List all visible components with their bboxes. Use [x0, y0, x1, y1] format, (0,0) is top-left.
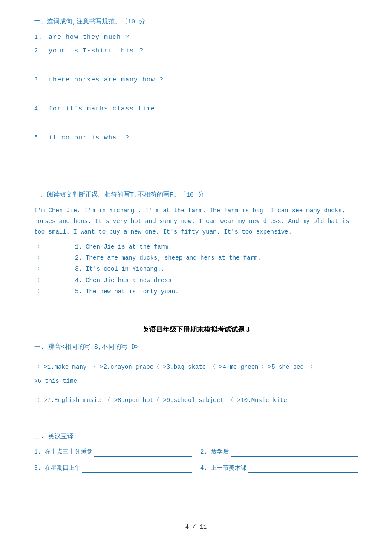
phonics-line-1: 〈 >1.make many 〈 >2.crayon grape〈 >3.bag… — [34, 362, 358, 373]
translation-item-3: 3. 在星期四上午 — [34, 463, 192, 473]
translation-item-1: 1. 在十点三十分睡觉 — [34, 447, 192, 457]
translation-row-1: 1. 在十点三十分睡觉 2. 放学后 — [34, 447, 358, 457]
translation-item-4: 4. 上一节美术课 — [200, 463, 358, 473]
reading-section: 十、阅读短文判断正误。相符的写T,不相符的写F。〔10 分 I'm Chen J… — [34, 190, 358, 297]
sentence-5: 5. it colour is what ? — [34, 133, 358, 143]
page-number: 4 / 11 — [185, 523, 207, 530]
page-footer: 4 / 11 — [34, 522, 358, 532]
exam3-title: 英语四年级下册期末模拟考试试题 3 — [34, 324, 358, 335]
sentence-1: 1. are how they much ? — [34, 32, 358, 43]
part2-translation: 二. 英汉互译 1. 在十点三十分睡觉 2. 放学后 3. 在星期四上午 4. … — [34, 432, 358, 473]
reading-section-title: 十、阅读短文判断正误。相符的写T,不相符的写F。〔10 分 — [34, 190, 358, 200]
part1-title: 一. 辨音<相同的写 S,不同的写 D> — [34, 342, 358, 353]
reading-item-2: 〈 2. There are many ducks, sheep and hen… — [34, 253, 358, 263]
sentence-4: 4. for it's maths class time . — [34, 104, 358, 114]
sentence-2: 2. your is T-shirt this ？ — [34, 46, 358, 56]
reading-paragraph: I'm Chen Jie. I'm in Yichang . I' m at t… — [34, 205, 358, 238]
translation-item-2: 2. 放学后 — [200, 447, 358, 457]
section10-title: 十、连词成句,注意书写规范。〔10 分 — [34, 17, 358, 27]
part1-phonics: 一. 辨音<相同的写 S,不同的写 D> 〈 >1.make many 〈 >2… — [34, 342, 358, 406]
phonics-line-2: >6.this time — [34, 376, 358, 387]
sentence-3: 3. there horses are many how ? — [34, 75, 358, 85]
part2-title: 二. 英汉互译 — [34, 432, 358, 442]
translation-row-2: 3. 在星期四上午 4. 上一节美术课 — [34, 463, 358, 473]
reading-item-5: 〈 5. The new hat is forty yuan. — [34, 287, 358, 296]
reading-item-4: 〈 4. Chen Jie has a new dress — [34, 276, 358, 285]
reading-item-3: 〈 3. It's cool in Yichang.. — [34, 264, 358, 274]
phonics-line-3: 〈 >7.English music 〈 >8.open hot〈 >9.sch… — [34, 395, 358, 406]
section-10-word-order: 十、连词成句,注意书写规范。〔10 分 1. are how they much… — [34, 17, 358, 143]
reading-item-1: 〈 1. Chen Jie is at the farm. — [34, 242, 358, 251]
